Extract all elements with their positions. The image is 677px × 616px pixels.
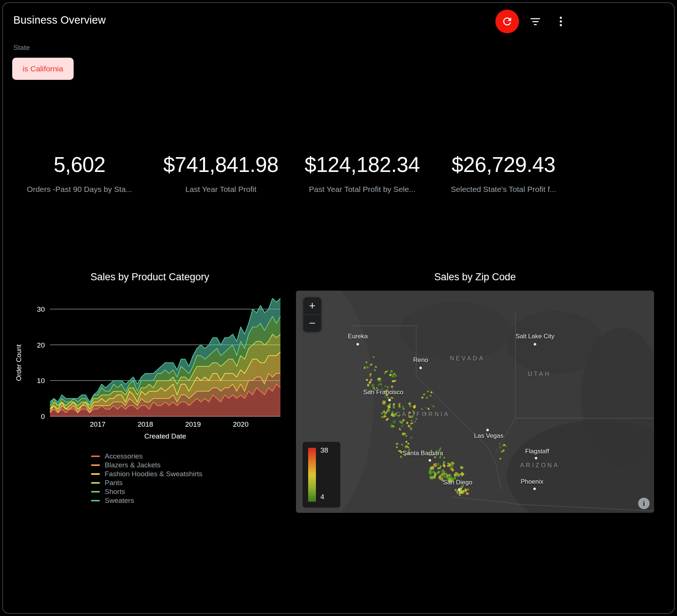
map-city-dot xyxy=(533,488,536,490)
zip-code-map[interactable]: NEVADAUTAHCALIFORNIAARIZONAEurekaRenoSal… xyxy=(296,291,654,513)
legend-swatch xyxy=(91,464,100,466)
refresh-button[interactable] xyxy=(495,10,519,33)
map-city-dot xyxy=(535,457,538,460)
legend-label: Sweaters xyxy=(105,497,134,505)
state-filter-chip[interactable]: is California xyxy=(12,58,74,80)
svg-text:Created Date: Created Date xyxy=(144,432,186,440)
kpi-value: $26,729.43 xyxy=(433,152,574,177)
category-legend: AccessoriesBlazers & JacketsFashion Hood… xyxy=(91,452,202,505)
map-zoom-control: + − xyxy=(303,297,321,332)
kpi-label: Selected State's Total Profit f... xyxy=(438,185,568,194)
kpi-label: Last Year Total Profit xyxy=(156,185,286,194)
map-color-legend: 38 4 xyxy=(303,442,340,508)
legend-swatch xyxy=(91,473,100,475)
legend-label: Pants xyxy=(105,479,123,487)
svg-text:20: 20 xyxy=(37,341,45,349)
legend-label: Shorts xyxy=(105,488,125,496)
filter-button[interactable] xyxy=(527,13,543,30)
kebab-menu-icon xyxy=(560,15,562,28)
kpi-value: 5,602 xyxy=(9,152,150,177)
map-city-label: Eureka xyxy=(348,333,368,340)
map-city-label: Phoenix xyxy=(521,478,543,485)
svg-text:0: 0 xyxy=(41,413,45,420)
color-scale-bar xyxy=(308,448,316,502)
legend-item[interactable]: Shorts xyxy=(91,487,202,496)
legend-label: Accessories xyxy=(105,452,142,460)
legend-item[interactable]: Blazers & Jackets xyxy=(91,461,202,470)
color-scale-max: 38 xyxy=(320,446,328,454)
category-chart-title: Sales by Product Category xyxy=(4,271,296,283)
map-state-label: NEVADA xyxy=(450,355,485,362)
map-chart-title: Sales by Zip Code xyxy=(296,271,654,283)
map-info-button[interactable]: i xyxy=(638,498,650,509)
map-canvas xyxy=(296,291,654,513)
map-city-label: San Francisco xyxy=(363,389,404,396)
map-city-dot xyxy=(486,429,489,431)
kpi-value: $124,182.34 xyxy=(292,152,433,177)
map-city-dot xyxy=(429,459,431,462)
legend-item[interactable]: Accessories xyxy=(91,452,202,461)
color-scale-min: 4 xyxy=(320,493,324,501)
svg-text:30: 30 xyxy=(37,305,45,313)
map-city-dot xyxy=(458,488,461,491)
kpi-row: 5,602 Orders -Past 90 Days by Sta... $74… xyxy=(9,152,574,194)
svg-text:2019: 2019 xyxy=(185,420,201,428)
legend-label: Fashion Hoodies & Sweatshirts xyxy=(105,470,202,478)
dashboard: Business Overview State is California 5,… xyxy=(0,0,677,616)
kpi-label: Orders -Past 90 Days by Sta... xyxy=(14,185,144,194)
refresh-icon xyxy=(501,16,513,27)
kpi-tile-last-year-profit: $741,841.98 Last Year Total Profit xyxy=(150,152,292,194)
map-city-dot xyxy=(420,367,422,369)
legend-swatch xyxy=(91,500,100,501)
svg-text:Order Count: Order Count xyxy=(15,344,23,381)
map-city-label: Salt Lake City xyxy=(516,333,555,340)
map-city-label: San Diego xyxy=(443,479,472,486)
map-state-label: UTAH xyxy=(528,371,551,378)
map-city-label: Flagstaff xyxy=(525,448,549,455)
map-city-dot xyxy=(388,399,391,402)
map-city-label: Las Vegas xyxy=(474,432,503,440)
map-city-label: Reno xyxy=(413,356,428,364)
legend-swatch xyxy=(91,456,100,457)
svg-text:2017: 2017 xyxy=(90,420,105,428)
more-options-button[interactable] xyxy=(553,13,569,30)
svg-text:2020: 2020 xyxy=(233,420,248,428)
legend-swatch xyxy=(91,482,100,484)
map-city-dot xyxy=(534,343,536,346)
kpi-value: $741,841.98 xyxy=(150,152,292,177)
category-area-chart[interactable]: 01020302017201820192020Created DateOrder… xyxy=(9,287,287,444)
svg-text:2018: 2018 xyxy=(138,420,153,428)
map-state-label: ARIZONA xyxy=(520,462,559,469)
map-city-label: Santa Barbara xyxy=(403,450,443,457)
kpi-tile-past-year-profit: $124,182.34 Past Year Total Profit by Se… xyxy=(292,152,433,194)
page-title: Business Overview xyxy=(13,14,106,26)
legend-item[interactable]: Pants xyxy=(91,478,202,487)
kpi-label: Past Year Total Profit by Sele... xyxy=(297,185,427,194)
legend-label: Blazers & Jackets xyxy=(105,461,161,469)
filter-list-icon xyxy=(531,16,540,27)
legend-item[interactable]: Sweaters xyxy=(91,496,202,505)
legend-item[interactable]: Fashion Hoodies & Sweatshirts xyxy=(91,470,202,478)
kpi-tile-state-profit: $26,729.43 Selected State's Total Profit… xyxy=(433,152,574,194)
map-state-label: CALIFORNIA xyxy=(396,411,450,418)
filter-label: State xyxy=(13,44,30,52)
zoom-out-button[interactable]: − xyxy=(303,315,321,332)
svg-text:10: 10 xyxy=(37,377,45,385)
legend-swatch xyxy=(91,491,100,493)
zoom-in-button[interactable]: + xyxy=(303,297,321,314)
map-city-dot xyxy=(357,343,359,346)
kpi-tile-orders: 5,602 Orders -Past 90 Days by Sta... xyxy=(9,152,150,194)
